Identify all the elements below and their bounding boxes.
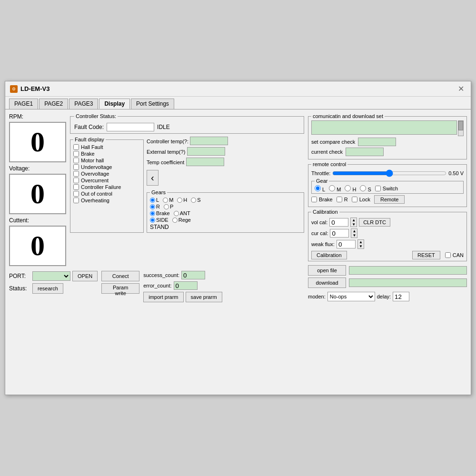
scrollbar[interactable] bbox=[458, 120, 464, 136]
gear-rege[interactable]: Rege bbox=[172, 217, 191, 223]
gear-h[interactable]: H bbox=[177, 197, 187, 203]
temp-coeff-input[interactable] bbox=[186, 158, 224, 166]
out-of-control-checkbox[interactable] bbox=[73, 191, 79, 197]
open-file-button[interactable]: open file bbox=[308, 265, 346, 276]
weak-flux-spinner[interactable]: ▲ ▼ bbox=[357, 239, 364, 249]
fault-brake: Brake bbox=[73, 151, 140, 157]
remote-brake-label: Brake bbox=[319, 197, 333, 202]
switch-checkbox[interactable] bbox=[375, 186, 381, 191]
remote-gear-s[interactable]: S bbox=[360, 185, 371, 192]
reset-button[interactable]: RESET bbox=[412, 251, 440, 259]
gear-brake[interactable]: Brake bbox=[150, 210, 170, 216]
brake-checkbox-item[interactable]: Brake bbox=[311, 197, 333, 202]
controller-failure-label: Controller Failure bbox=[81, 184, 121, 190]
connect-button[interactable]: Conect bbox=[101, 271, 139, 281]
research-button[interactable]: research bbox=[32, 283, 63, 294]
comm-textarea[interactable] bbox=[311, 120, 457, 135]
open-button[interactable]: OPEN bbox=[72, 271, 98, 281]
clr-dtc-button[interactable]: CLR DTC bbox=[359, 218, 390, 227]
scrollbar-thumb[interactable] bbox=[458, 121, 463, 130]
port-select[interactable] bbox=[32, 271, 70, 281]
motor-hall-checkbox[interactable] bbox=[73, 158, 79, 163]
overcurrent-checkbox[interactable] bbox=[73, 178, 79, 183]
r-checkbox-item[interactable]: R bbox=[337, 197, 348, 202]
remote-gear-m[interactable]: M bbox=[329, 185, 341, 192]
lock-checkbox-item[interactable]: Lock bbox=[352, 197, 370, 202]
import-save-row: import prarm save prarm bbox=[143, 292, 222, 302]
weak-flux-up[interactable]: ▲ bbox=[358, 240, 364, 244]
gear-ant[interactable]: ANT bbox=[174, 210, 190, 216]
hall-fault-checkbox[interactable] bbox=[73, 144, 79, 150]
controller-temp-input[interactable] bbox=[190, 137, 228, 145]
can-checkbox-item[interactable]: CAN bbox=[445, 252, 464, 258]
status-label: Status: bbox=[9, 285, 30, 292]
success-count-input[interactable] bbox=[181, 271, 205, 279]
weak-flux-input[interactable] bbox=[337, 240, 356, 248]
gear-s[interactable]: S bbox=[191, 197, 200, 203]
param-write-button[interactable]: Param write bbox=[101, 283, 139, 294]
gear-side[interactable]: SIDE bbox=[150, 217, 169, 223]
download-button[interactable]: download bbox=[308, 278, 346, 288]
arrow-button[interactable]: ‹ bbox=[147, 170, 159, 186]
external-temp-input[interactable] bbox=[187, 147, 225, 156]
save-button[interactable]: save prarm bbox=[186, 292, 222, 302]
error-count-input[interactable] bbox=[174, 281, 198, 290]
remote-brake-checkbox[interactable] bbox=[311, 197, 317, 202]
overvoltage-checkbox[interactable] bbox=[73, 171, 79, 177]
overheating-checkbox[interactable] bbox=[73, 198, 79, 203]
brake-checkbox[interactable] bbox=[73, 151, 79, 157]
remote-gear-h[interactable]: H bbox=[345, 185, 356, 192]
tab-page3[interactable]: PAGE3 bbox=[69, 99, 98, 109]
current-check-input[interactable] bbox=[346, 148, 384, 156]
vol-cal-up[interactable]: ▲ bbox=[351, 218, 357, 222]
moden-select[interactable]: No-ops bbox=[327, 292, 375, 301]
cur-cal-up[interactable]: ▲ bbox=[351, 229, 357, 233]
lock-checkbox[interactable] bbox=[352, 197, 357, 202]
vol-cal-down[interactable]: ▼ bbox=[351, 222, 357, 227]
weak-flux-down[interactable]: ▼ bbox=[358, 244, 364, 248]
delay-input[interactable] bbox=[393, 292, 409, 301]
current-check-label: current check bbox=[311, 149, 343, 155]
tab-page1[interactable]: PAGE1 bbox=[9, 99, 38, 109]
fault-overvoltage: Overvoltage bbox=[73, 171, 140, 177]
gear-l[interactable]: L bbox=[150, 197, 159, 203]
gear-r[interactable]: R bbox=[150, 204, 160, 209]
rpm-gauge-group: RPM: 0 bbox=[9, 113, 66, 162]
cur-cal-spinner[interactable]: ▲ ▼ bbox=[351, 228, 357, 238]
can-checkbox[interactable] bbox=[445, 252, 451, 258]
cur-cal-label: cur cal: bbox=[311, 230, 328, 236]
cur-cal-input[interactable] bbox=[330, 229, 349, 238]
remote-control-title: remote control bbox=[311, 161, 347, 167]
gears-row3: Brake ANT bbox=[150, 210, 301, 216]
tab-page2[interactable]: PAGE2 bbox=[39, 99, 68, 109]
fault-code-input[interactable] bbox=[107, 123, 154, 131]
calibration-button[interactable]: Calibration bbox=[311, 251, 347, 259]
app-icon: ⚙ bbox=[10, 85, 18, 93]
undervoltage-checkbox[interactable] bbox=[73, 164, 79, 170]
remote-button[interactable]: Remote bbox=[374, 195, 405, 204]
current-label: Cuttent: bbox=[9, 217, 66, 224]
throttle-slider[interactable] bbox=[332, 170, 446, 177]
cur-cal-down[interactable]: ▼ bbox=[351, 233, 357, 238]
remote-gear-l[interactable]: L bbox=[315, 185, 325, 192]
gear-m[interactable]: M bbox=[163, 197, 173, 203]
set-compare-input[interactable] bbox=[358, 138, 396, 146]
open-file-input[interactable] bbox=[349, 266, 467, 275]
title-bar: ⚙ LD-EM-V3 ✕ bbox=[5, 81, 471, 97]
import-button[interactable]: import prarm bbox=[143, 292, 183, 302]
fault-code-label: Fault Code: bbox=[74, 124, 104, 130]
r-checkbox[interactable] bbox=[337, 197, 342, 202]
gear-p[interactable]: P bbox=[164, 204, 173, 209]
switch-checkbox-item[interactable]: Switch bbox=[375, 186, 398, 191]
comm-textarea-wrapper bbox=[311, 120, 464, 136]
overvoltage-label: Overvoltage bbox=[81, 171, 109, 177]
close-button[interactable]: ✕ bbox=[456, 84, 466, 93]
vol-cal-spinner[interactable]: ▲ ▼ bbox=[350, 218, 357, 227]
current-display: 0 bbox=[9, 226, 66, 266]
download-input[interactable] bbox=[349, 278, 467, 287]
controller-failure-checkbox[interactable] bbox=[73, 184, 79, 190]
hall-fault-label: Hall Fault bbox=[81, 144, 103, 150]
tab-port-settings[interactable]: Port Settings bbox=[131, 99, 174, 109]
vol-cal-input[interactable] bbox=[329, 218, 348, 227]
tab-display[interactable]: Display bbox=[99, 99, 130, 109]
